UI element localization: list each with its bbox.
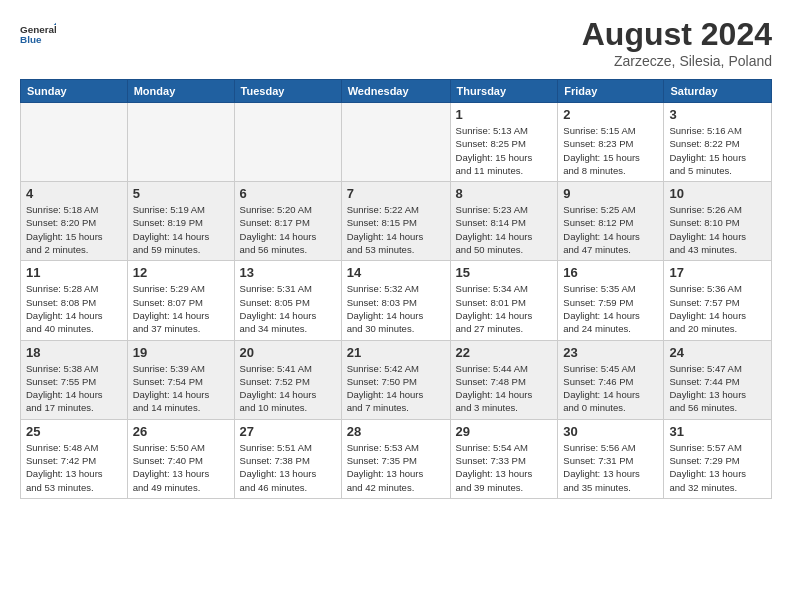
day-number: 2 — [563, 107, 658, 122]
col-monday: Monday — [127, 80, 234, 103]
day-info: Sunrise: 5:20 AM Sunset: 8:17 PM Dayligh… — [240, 203, 336, 256]
table-row: 27Sunrise: 5:51 AM Sunset: 7:38 PM Dayli… — [234, 419, 341, 498]
day-info: Sunrise: 5:53 AM Sunset: 7:35 PM Dayligh… — [347, 441, 445, 494]
table-row: 31Sunrise: 5:57 AM Sunset: 7:29 PM Dayli… — [664, 419, 772, 498]
day-info: Sunrise: 5:32 AM Sunset: 8:03 PM Dayligh… — [347, 282, 445, 335]
day-info: Sunrise: 5:34 AM Sunset: 8:01 PM Dayligh… — [456, 282, 553, 335]
day-number: 29 — [456, 424, 553, 439]
title-block: August 2024 Zarzecze, Silesia, Poland — [582, 16, 772, 69]
day-number: 27 — [240, 424, 336, 439]
day-info: Sunrise: 5:23 AM Sunset: 8:14 PM Dayligh… — [456, 203, 553, 256]
day-info: Sunrise: 5:51 AM Sunset: 7:38 PM Dayligh… — [240, 441, 336, 494]
day-number: 21 — [347, 345, 445, 360]
day-number: 13 — [240, 265, 336, 280]
table-row: 21Sunrise: 5:42 AM Sunset: 7:50 PM Dayli… — [341, 340, 450, 419]
day-number: 4 — [26, 186, 122, 201]
table-row: 11Sunrise: 5:28 AM Sunset: 8:08 PM Dayli… — [21, 261, 128, 340]
day-info: Sunrise: 5:42 AM Sunset: 7:50 PM Dayligh… — [347, 362, 445, 415]
day-number: 8 — [456, 186, 553, 201]
day-info: Sunrise: 5:56 AM Sunset: 7:31 PM Dayligh… — [563, 441, 658, 494]
logo-svg: General Blue — [20, 16, 56, 52]
day-number: 16 — [563, 265, 658, 280]
table-row: 2Sunrise: 5:15 AM Sunset: 8:23 PM Daylig… — [558, 103, 664, 182]
day-info: Sunrise: 5:54 AM Sunset: 7:33 PM Dayligh… — [456, 441, 553, 494]
day-info: Sunrise: 5:15 AM Sunset: 8:23 PM Dayligh… — [563, 124, 658, 177]
table-row: 8Sunrise: 5:23 AM Sunset: 8:14 PM Daylig… — [450, 182, 558, 261]
day-info: Sunrise: 5:44 AM Sunset: 7:48 PM Dayligh… — [456, 362, 553, 415]
table-row: 5Sunrise: 5:19 AM Sunset: 8:19 PM Daylig… — [127, 182, 234, 261]
table-row: 9Sunrise: 5:25 AM Sunset: 8:12 PM Daylig… — [558, 182, 664, 261]
table-row — [341, 103, 450, 182]
day-info: Sunrise: 5:35 AM Sunset: 7:59 PM Dayligh… — [563, 282, 658, 335]
day-number: 11 — [26, 265, 122, 280]
day-number: 20 — [240, 345, 336, 360]
col-thursday: Thursday — [450, 80, 558, 103]
day-info: Sunrise: 5:39 AM Sunset: 7:54 PM Dayligh… — [133, 362, 229, 415]
day-number: 6 — [240, 186, 336, 201]
day-info: Sunrise: 5:41 AM Sunset: 7:52 PM Dayligh… — [240, 362, 336, 415]
col-wednesday: Wednesday — [341, 80, 450, 103]
day-number: 3 — [669, 107, 766, 122]
svg-text:General: General — [20, 24, 56, 35]
col-saturday: Saturday — [664, 80, 772, 103]
col-tuesday: Tuesday — [234, 80, 341, 103]
table-row: 30Sunrise: 5:56 AM Sunset: 7:31 PM Dayli… — [558, 419, 664, 498]
table-row: 13Sunrise: 5:31 AM Sunset: 8:05 PM Dayli… — [234, 261, 341, 340]
table-row: 16Sunrise: 5:35 AM Sunset: 7:59 PM Dayli… — [558, 261, 664, 340]
day-number: 23 — [563, 345, 658, 360]
day-number: 18 — [26, 345, 122, 360]
day-number: 7 — [347, 186, 445, 201]
day-info: Sunrise: 5:13 AM Sunset: 8:25 PM Dayligh… — [456, 124, 553, 177]
table-row: 6Sunrise: 5:20 AM Sunset: 8:17 PM Daylig… — [234, 182, 341, 261]
table-row: 14Sunrise: 5:32 AM Sunset: 8:03 PM Dayli… — [341, 261, 450, 340]
month-title: August 2024 — [582, 16, 772, 53]
table-row — [21, 103, 128, 182]
table-row: 12Sunrise: 5:29 AM Sunset: 8:07 PM Dayli… — [127, 261, 234, 340]
logo: General Blue — [20, 16, 56, 52]
page-header: General Blue August 2024 Zarzecze, Siles… — [20, 16, 772, 69]
table-row: 22Sunrise: 5:44 AM Sunset: 7:48 PM Dayli… — [450, 340, 558, 419]
day-info: Sunrise: 5:45 AM Sunset: 7:46 PM Dayligh… — [563, 362, 658, 415]
table-row: 19Sunrise: 5:39 AM Sunset: 7:54 PM Dayli… — [127, 340, 234, 419]
calendar-header-row: Sunday Monday Tuesday Wednesday Thursday… — [21, 80, 772, 103]
day-info: Sunrise: 5:36 AM Sunset: 7:57 PM Dayligh… — [669, 282, 766, 335]
day-info: Sunrise: 5:26 AM Sunset: 8:10 PM Dayligh… — [669, 203, 766, 256]
table-row: 17Sunrise: 5:36 AM Sunset: 7:57 PM Dayli… — [664, 261, 772, 340]
day-number: 31 — [669, 424, 766, 439]
table-row: 3Sunrise: 5:16 AM Sunset: 8:22 PM Daylig… — [664, 103, 772, 182]
day-info: Sunrise: 5:28 AM Sunset: 8:08 PM Dayligh… — [26, 282, 122, 335]
table-row: 18Sunrise: 5:38 AM Sunset: 7:55 PM Dayli… — [21, 340, 128, 419]
day-info: Sunrise: 5:22 AM Sunset: 8:15 PM Dayligh… — [347, 203, 445, 256]
table-row: 1Sunrise: 5:13 AM Sunset: 8:25 PM Daylig… — [450, 103, 558, 182]
day-number: 10 — [669, 186, 766, 201]
day-info: Sunrise: 5:25 AM Sunset: 8:12 PM Dayligh… — [563, 203, 658, 256]
table-row — [234, 103, 341, 182]
location: Zarzecze, Silesia, Poland — [582, 53, 772, 69]
day-number: 26 — [133, 424, 229, 439]
table-row: 4Sunrise: 5:18 AM Sunset: 8:20 PM Daylig… — [21, 182, 128, 261]
table-row: 20Sunrise: 5:41 AM Sunset: 7:52 PM Dayli… — [234, 340, 341, 419]
day-number: 28 — [347, 424, 445, 439]
day-info: Sunrise: 5:47 AM Sunset: 7:44 PM Dayligh… — [669, 362, 766, 415]
table-row: 23Sunrise: 5:45 AM Sunset: 7:46 PM Dayli… — [558, 340, 664, 419]
day-number: 1 — [456, 107, 553, 122]
day-number: 17 — [669, 265, 766, 280]
day-number: 14 — [347, 265, 445, 280]
day-number: 9 — [563, 186, 658, 201]
table-row: 7Sunrise: 5:22 AM Sunset: 8:15 PM Daylig… — [341, 182, 450, 261]
day-info: Sunrise: 5:57 AM Sunset: 7:29 PM Dayligh… — [669, 441, 766, 494]
day-info: Sunrise: 5:29 AM Sunset: 8:07 PM Dayligh… — [133, 282, 229, 335]
table-row — [127, 103, 234, 182]
table-row: 29Sunrise: 5:54 AM Sunset: 7:33 PM Dayli… — [450, 419, 558, 498]
day-info: Sunrise: 5:31 AM Sunset: 8:05 PM Dayligh… — [240, 282, 336, 335]
col-sunday: Sunday — [21, 80, 128, 103]
day-info: Sunrise: 5:50 AM Sunset: 7:40 PM Dayligh… — [133, 441, 229, 494]
day-number: 5 — [133, 186, 229, 201]
col-friday: Friday — [558, 80, 664, 103]
day-number: 12 — [133, 265, 229, 280]
table-row: 28Sunrise: 5:53 AM Sunset: 7:35 PM Dayli… — [341, 419, 450, 498]
table-row: 26Sunrise: 5:50 AM Sunset: 7:40 PM Dayli… — [127, 419, 234, 498]
day-info: Sunrise: 5:16 AM Sunset: 8:22 PM Dayligh… — [669, 124, 766, 177]
day-number: 19 — [133, 345, 229, 360]
day-number: 15 — [456, 265, 553, 280]
